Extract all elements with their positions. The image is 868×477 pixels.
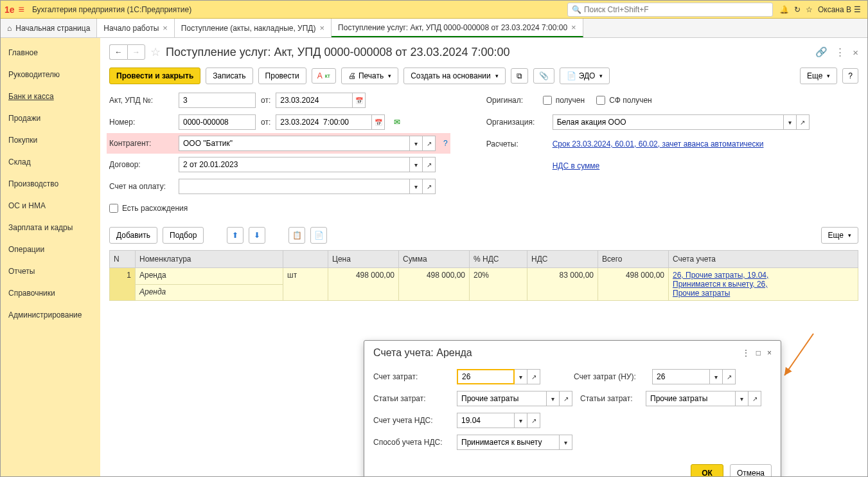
- help-icon[interactable]: ?: [443, 139, 448, 148]
- search-input[interactable]: [584, 5, 768, 14]
- selection-button[interactable]: Подбор: [163, 227, 204, 244]
- expense-acct-nu-input[interactable]: [652, 369, 710, 384]
- calendar-icon[interactable]: 📅: [353, 93, 366, 108]
- expense-item-input[interactable]: [457, 391, 547, 406]
- move-up-button[interactable]: ⬆: [227, 227, 244, 244]
- dt-kt-button[interactable]: Акт: [312, 68, 336, 84]
- cell-unit[interactable]: шт: [283, 268, 328, 301]
- cancel-button[interactable]: Отмена: [730, 464, 772, 476]
- close-icon[interactable]: ×: [571, 22, 576, 32]
- ok-button[interactable]: ОК: [691, 464, 723, 476]
- sidebar-item-manager[interactable]: Руководителю: [1, 64, 100, 86]
- calendar-icon[interactable]: 📅: [372, 114, 385, 130]
- help-button[interactable]: ?: [842, 68, 858, 84]
- sidebar-item-bank[interactable]: Банк и касса: [1, 86, 100, 107]
- sidebar-item-sales[interactable]: Продажи: [1, 107, 100, 129]
- col-n[interactable]: N: [110, 251, 136, 268]
- sidebar-item-assets[interactable]: ОС и НМА: [1, 195, 100, 217]
- sidebar-item-main[interactable]: Главное: [1, 42, 100, 64]
- close-icon[interactable]: ×: [163, 23, 168, 33]
- sidebar-item-payroll[interactable]: Зарплата и кадры: [1, 217, 100, 239]
- modal-more-icon[interactable]: ⋮: [742, 348, 750, 357]
- nav-forward-button[interactable]: →: [127, 44, 145, 60]
- more-icon[interactable]: ⋮: [835, 46, 845, 58]
- dropdown-icon[interactable]: ▾: [547, 391, 560, 406]
- vat-method-input[interactable]: [457, 435, 560, 450]
- move-down-button[interactable]: ⬇: [249, 227, 265, 244]
- dropdown-icon[interactable]: ▾: [560, 435, 572, 450]
- dropdown-icon[interactable]: ▾: [710, 369, 723, 384]
- sidebar-item-warehouse[interactable]: Склад: [1, 151, 100, 173]
- col-total[interactable]: Всего: [598, 251, 669, 268]
- sidebar-item-production[interactable]: Производство: [1, 173, 100, 195]
- open-icon[interactable]: ↗: [423, 157, 436, 172]
- discrepancies-input[interactable]: [109, 204, 118, 213]
- dropdown-icon[interactable]: ▾: [410, 179, 423, 194]
- more-button[interactable]: Еще▾: [800, 68, 837, 84]
- open-icon[interactable]: ↗: [797, 114, 810, 130]
- sidebar-item-catalogs[interactable]: Справочники: [1, 282, 100, 304]
- dropdown-icon[interactable]: ▾: [515, 369, 527, 384]
- counterparty-input[interactable]: [179, 136, 410, 151]
- search-box[interactable]: 🔍: [567, 3, 773, 17]
- open-icon[interactable]: ↗: [527, 369, 540, 384]
- akt-date-input[interactable]: [276, 93, 353, 108]
- modal-close-icon[interactable]: ×: [767, 348, 772, 357]
- open-icon[interactable]: ↗: [423, 179, 436, 194]
- sidebar-item-operations[interactable]: Операции: [1, 239, 100, 260]
- dropdown-icon[interactable]: ▾: [736, 391, 748, 406]
- cell-nomenclature[interactable]: Аренда: [136, 268, 283, 285]
- cell-accounts[interactable]: 26, Прочие затраты, 19.04, Принимается к…: [669, 268, 858, 301]
- attach-button[interactable]: 📎: [533, 68, 554, 84]
- cell-nomenclature-sub[interactable]: Аренда: [136, 284, 283, 301]
- close-icon[interactable]: ×: [319, 23, 324, 33]
- more-rows-button[interactable]: Еще▾: [821, 227, 858, 244]
- accounts-link[interactable]: Принимается к вычету, 26,: [673, 280, 854, 289]
- tab-receipts[interactable]: Поступление (акты, накладные, УПД) ×: [175, 19, 332, 37]
- modal-maximize-icon[interactable]: □: [756, 348, 761, 357]
- bell-icon[interactable]: 🔔: [779, 5, 789, 14]
- number-input[interactable]: [179, 114, 256, 130]
- sidebar-item-reports[interactable]: Отчеты: [1, 260, 100, 282]
- accounts-link[interactable]: Прочие затраты: [673, 289, 854, 298]
- copy-button[interactable]: 📋: [288, 227, 305, 244]
- calc-link[interactable]: Срок 23.03.2024, 60.01, 60.02, зачет ава…: [553, 140, 764, 148]
- star-icon[interactable]: ☆: [806, 5, 813, 14]
- favorite-icon[interactable]: ☆: [150, 45, 161, 59]
- open-icon[interactable]: ↗: [423, 136, 436, 151]
- print-button[interactable]: 🖨 Печать▾: [341, 68, 398, 84]
- akt-number-input[interactable]: [179, 93, 256, 108]
- sidebar-item-admin[interactable]: Администрирование: [1, 304, 100, 326]
- create-based-button[interactable]: Создать на основании▾: [403, 68, 506, 84]
- tab-home[interactable]: ⌂ Начальная страница: [1, 19, 97, 37]
- dropdown-icon[interactable]: ▾: [784, 114, 797, 130]
- cell-vat-pct[interactable]: 20%: [470, 268, 527, 301]
- received-checkbox[interactable]: получен: [543, 96, 585, 105]
- paste-button[interactable]: 📄: [310, 227, 327, 244]
- tab-receipt-doc[interactable]: Поступление услуг: Акт, УПД 0000-000008 …: [332, 19, 583, 37]
- close-icon[interactable]: ×: [853, 47, 858, 58]
- invoice-input[interactable]: [179, 179, 410, 194]
- col-nomenclature[interactable]: Номенклатура: [136, 251, 283, 268]
- accounts-link[interactable]: 26, Прочие затраты, 19.04,: [673, 271, 854, 280]
- discrepancies-checkbox[interactable]: Есть расхождения: [109, 204, 188, 213]
- nav-back-button[interactable]: ←: [109, 44, 127, 60]
- menu-icon[interactable]: ≡: [19, 4, 24, 15]
- settings-lines-icon[interactable]: ☰: [854, 5, 861, 14]
- col-vat[interactable]: НДС: [527, 251, 598, 268]
- received-input[interactable]: [543, 96, 552, 105]
- sf-received-input[interactable]: [596, 96, 605, 105]
- vat-link[interactable]: НДС в сумме: [553, 161, 600, 170]
- edo-button[interactable]: 📄 ЭДО▾: [560, 68, 610, 84]
- cell-price[interactable]: 498 000,00: [328, 268, 399, 301]
- open-icon[interactable]: ↗: [748, 391, 761, 406]
- dropdown-icon[interactable]: ▾: [410, 157, 423, 172]
- col-unit[interactable]: [283, 251, 328, 268]
- expense-item-input2[interactable]: [646, 391, 736, 406]
- vat-acct-input[interactable]: [457, 413, 515, 428]
- number-date-input[interactable]: [276, 114, 372, 130]
- structure-button[interactable]: ⧉: [511, 68, 528, 84]
- org-input[interactable]: [553, 114, 784, 130]
- dropdown-icon[interactable]: ▾: [410, 136, 423, 151]
- save-button[interactable]: Записать: [206, 68, 252, 84]
